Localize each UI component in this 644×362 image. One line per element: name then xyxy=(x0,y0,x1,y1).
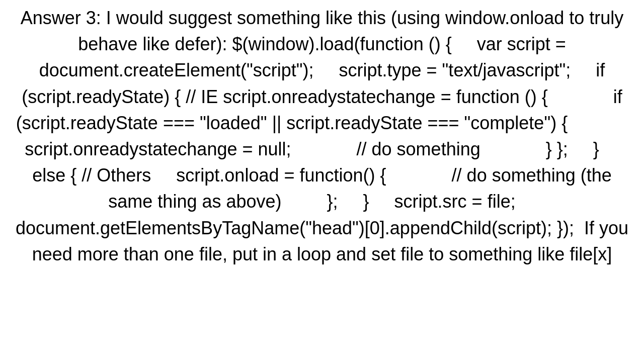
main-content: Answer 3: I would suggest something like… xyxy=(0,0,644,362)
answer-text: Answer 3: I would suggest something like… xyxy=(15,5,629,267)
